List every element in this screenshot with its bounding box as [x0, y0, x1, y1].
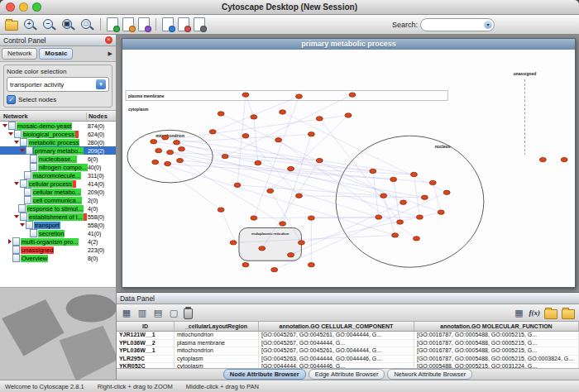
graph-node[interactable]: [165, 161, 171, 165]
graph-node[interactable]: [438, 210, 444, 214]
graph-node[interactable]: [308, 132, 314, 136]
graph-node[interactable]: [152, 160, 159, 164]
graph-node[interactable]: [280, 222, 286, 226]
tree-row[interactable]: multi-organism pro...4(2): [0, 237, 116, 246]
graph-node[interactable]: [222, 154, 228, 158]
graph-node[interactable]: [397, 220, 404, 224]
select-columns-icon[interactable]: [121, 307, 132, 318]
column-header[interactable]: ID: [117, 322, 175, 331]
export-attr-table-icon[interactable]: [562, 309, 575, 319]
graph-node[interactable]: [255, 160, 261, 165]
import-attr-table-icon[interactable]: [544, 309, 557, 319]
graph-node[interactable]: [271, 267, 278, 271]
graph-node[interactable]: [413, 237, 419, 241]
graph-node[interactable]: [392, 233, 399, 237]
graph-node[interactable]: [242, 93, 249, 97]
graph-node[interactable]: [308, 263, 314, 267]
graph-node[interactable]: [443, 190, 450, 194]
tab-mosaic[interactable]: Mosaic: [39, 48, 73, 60]
tree-row[interactable]: transport558(0): [0, 221, 116, 229]
tree-row[interactable]: establishment of l...558(0): [0, 213, 116, 221]
tree-row[interactable]: secretion41(0): [0, 229, 116, 237]
graph-node[interactable]: [390, 177, 397, 181]
import-network-icon[interactable]: [107, 17, 118, 31]
tree-row[interactable]: nucleobase...6(0): [0, 155, 116, 163]
graph-node[interactable]: [349, 93, 356, 97]
graph-node[interactable]: [288, 166, 294, 170]
graph-node[interactable]: [280, 110, 286, 114]
column-header[interactable]: annotation.GO MOLECULAR_FUNCTION: [414, 322, 579, 331]
titlebar[interactable]: Cytoscape Desktop (New Session): [0, 0, 579, 15]
graph-node[interactable]: [370, 169, 376, 173]
graph-node[interactable]: [275, 138, 282, 142]
formula-builder-icon[interactable]: f(x): [529, 308, 541, 317]
graph-node[interactable]: [410, 172, 417, 176]
import-table-icon[interactable]: [122, 17, 134, 31]
network-view-titlebar[interactable]: primary metabolic process: [122, 39, 575, 50]
graph-node[interactable]: [298, 241, 304, 245]
graph-node[interactable]: [308, 216, 314, 220]
graph-node[interactable]: [561, 157, 567, 161]
zoom-in-icon[interactable]: [22, 17, 37, 32]
tree-row[interactable]: macromolecule...311(0): [0, 171, 116, 179]
graph-node[interactable]: [156, 148, 162, 152]
select-nodes-checkbox[interactable]: ✓ Select nodes: [7, 95, 109, 104]
graph-node[interactable]: [218, 112, 224, 116]
clear-selection-icon[interactable]: [168, 307, 179, 318]
search-input[interactable]: [423, 20, 484, 29]
vizmapper-icon[interactable]: [138, 17, 150, 31]
network-canvas[interactable]: plasma membranecytoplasmmitochondrionnuc…: [122, 50, 575, 287]
tree-column-nodes[interactable]: Nodes: [87, 112, 116, 120]
table-row[interactable]: YPL036W__1mitochondrion[GO:0045267, GO:0…: [117, 347, 579, 356]
graph-node[interactable]: [174, 141, 180, 145]
tab-edge-attribute-browser[interactable]: Edge Attribute Browser: [309, 369, 385, 380]
tab-network-attribute-browser[interactable]: Network Attribute Browser: [387, 369, 472, 380]
minimize-window-button[interactable]: [19, 2, 28, 12]
table-row[interactable]: YLR295Ccytoplasm[GO:0045263, GO:0044444,…: [117, 356, 579, 364]
tree-row[interactable]: nitrogen compo...40(0): [0, 163, 116, 171]
create-column-icon[interactable]: [136, 307, 148, 318]
delete-column-icon[interactable]: [152, 307, 164, 318]
graph-node[interactable]: [209, 130, 216, 134]
tree-row[interactable]: cellular metabo...209(0): [0, 188, 116, 196]
close-panel-icon[interactable]: ×: [105, 36, 112, 44]
graph-node[interactable]: [167, 150, 174, 154]
graph-node[interactable]: [400, 200, 407, 204]
grid-icon[interactable]: [514, 307, 525, 318]
graph-node[interactable]: [539, 157, 546, 161]
plugins-icon[interactable]: [194, 17, 205, 31]
graph-node[interactable]: [376, 215, 382, 219]
tree-row[interactable]: metabolic process280(0): [0, 138, 116, 146]
graph-node[interactable]: [316, 158, 323, 162]
zoom-window-button[interactable]: [32, 2, 41, 12]
graph-node[interactable]: [151, 140, 157, 144]
graph-node[interactable]: [259, 246, 266, 251]
graph-node[interactable]: [295, 94, 302, 98]
graph-node[interactable]: [421, 195, 428, 199]
table-row[interactable]: YPL036W__2plasma membrane[GO:0045267, GO…: [117, 340, 579, 348]
network-overview-thumbnail[interactable]: [0, 288, 116, 380]
graph-node[interactable]: [416, 215, 423, 219]
tree-row[interactable]: mosaic-demo-yeast874(0): [0, 122, 116, 130]
graph-node[interactable]: [345, 113, 352, 117]
apply-layout-icon[interactable]: [178, 17, 189, 31]
tree-row[interactable]: primary metabo...209(2): [0, 146, 116, 155]
tree-row[interactable]: response to stimul...4(0): [0, 204, 116, 213]
graph-node[interactable]: [230, 241, 237, 245]
graph-node[interactable]: [218, 208, 224, 212]
graph-node[interactable]: [295, 194, 302, 198]
trash-icon[interactable]: [184, 308, 193, 319]
network-canvas-svg[interactable]: plasma membranecytoplasmmitochondrionnuc…: [122, 50, 575, 287]
tree-row[interactable]: biological_process624(0): [0, 130, 116, 138]
graph-node[interactable]: [380, 194, 387, 198]
tree-row[interactable]: cellular process414(0): [0, 179, 116, 188]
tab-overflow-button[interactable]: ▶: [108, 50, 114, 57]
graph-node[interactable]: [162, 136, 169, 140]
search-dropdown-icon[interactable]: ▾: [484, 21, 492, 29]
tree-row[interactable]: cell communica...2(0): [0, 196, 116, 204]
graph-node[interactable]: [288, 253, 294, 257]
tree-column-network[interactable]: Network: [0, 112, 87, 120]
zoom-selected-icon[interactable]: [60, 17, 75, 32]
table-row[interactable]: YJR121W__1mitochondrion[GO:0045267, GO:0…: [117, 332, 579, 340]
open-session-icon[interactable]: [5, 21, 18, 31]
